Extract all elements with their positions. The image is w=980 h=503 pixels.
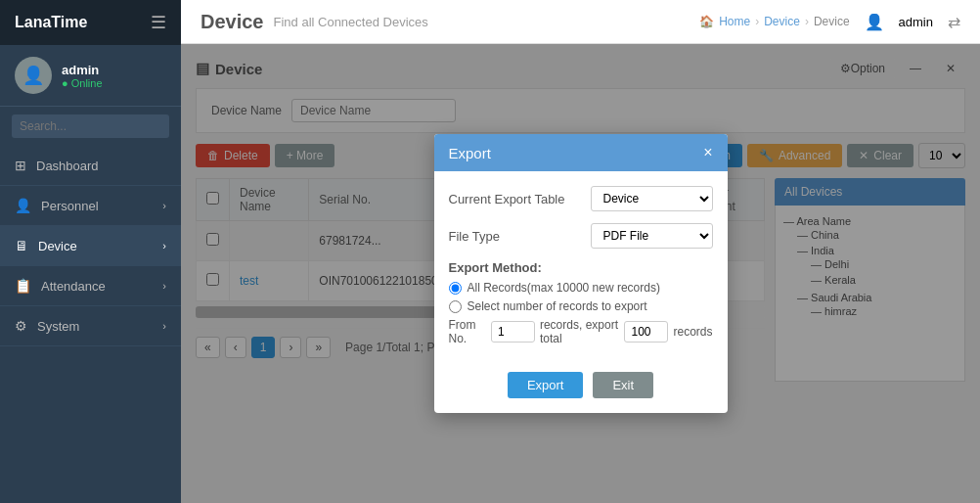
export-method-label: Export Method: <box>449 260 713 275</box>
file-type-row: File Type PDF File Excel File CSV File <box>449 223 713 249</box>
user-info: admin ● Online <box>62 63 103 89</box>
sidebar-item-label: Attendance <box>41 279 106 294</box>
sidebar-item-system[interactable]: ⚙ System › <box>0 306 181 346</box>
modal-footer: Export Exit <box>434 372 728 413</box>
sidebar-item-label: Personnel <box>41 199 99 213</box>
sidebar-item-personnel[interactable]: 👤 Personnel › <box>0 186 181 226</box>
sidebar-nav: ⊞ Dashboard 👤 Personnel › 🖥 Device › 📋 A… <box>0 146 181 503</box>
modal-body: Current Export Table Device File Type PD… <box>434 171 728 372</box>
modal-title: Export <box>449 145 491 161</box>
topbar: Device Find all Connected Devices 🏠 Home… <box>181 0 980 44</box>
device-icon: 🖥 <box>15 238 28 253</box>
export-method-section: Export Method: All Records(max 10000 new… <box>449 260 713 345</box>
topbar-subtitle: Find all Connected Devices <box>274 15 428 29</box>
file-type-select[interactable]: PDF File Excel File CSV File <box>591 223 713 249</box>
personnel-icon: 👤 <box>15 198 31 213</box>
records-middle-text: records, export total <box>540 318 620 345</box>
sidebar-search-container <box>0 107 181 146</box>
export-modal: Export × Current Export Table Device Fil… <box>434 134 728 413</box>
system-icon: ⚙ <box>15 318 27 334</box>
total-records-input[interactable] <box>624 321 668 343</box>
sidebar-item-dashboard[interactable]: ⊞ Dashboard <box>0 146 181 186</box>
breadcrumb-device-link[interactable]: Device <box>764 15 800 28</box>
breadcrumb: 🏠 Home › Device › Device <box>699 15 849 28</box>
export-button[interactable]: Export <box>508 372 584 398</box>
breadcrumb-current: Device <box>814 15 850 28</box>
sidebar-header: LanaTime ☰ <box>0 0 181 45</box>
modal-header: Export × <box>434 134 728 171</box>
current-export-table-select[interactable]: Device <box>591 186 713 211</box>
radio-select-input[interactable] <box>449 300 462 313</box>
topbar-title: Device <box>200 11 264 33</box>
from-no-row: From No. records, export total records <box>449 318 713 345</box>
breadcrumb-home-link[interactable]: Home <box>719 15 750 28</box>
sidebar-item-label: Dashboard <box>36 159 99 173</box>
from-no-label: From No. <box>449 318 486 345</box>
chevron-right-icon: › <box>162 280 166 292</box>
admin-user-icon: 👤 <box>865 13 884 31</box>
radio-all-label: All Records(max 10000 new records) <box>468 281 660 295</box>
sidebar-item-device[interactable]: 🖥 Device › <box>0 226 181 266</box>
avatar: 👤 <box>15 57 52 94</box>
current-export-table-row: Current Export Table Device <box>449 186 713 211</box>
chevron-right-icon: › <box>162 200 166 211</box>
topbar-right: 🏠 Home › Device › Device 👤 admin ⇄ <box>699 13 960 31</box>
admin-name: admin <box>899 15 933 29</box>
sidebar-logo: LanaTime <box>15 14 87 31</box>
modal-overlay: Export × Current Export Table Device Fil… <box>181 44 980 503</box>
user-status: ● Online <box>62 77 103 89</box>
file-type-label: File Type <box>449 229 591 244</box>
radio-select-number: Select number of records to export <box>449 299 713 313</box>
sidebar: LanaTime ☰ 👤 admin ● Online ⊞ Dashboard … <box>0 0 181 503</box>
sidebar-item-label: System <box>37 319 79 334</box>
dashboard-icon: ⊞ <box>15 158 26 173</box>
radio-select-label: Select number of records to export <box>468 299 647 313</box>
username: admin <box>62 63 103 77</box>
home-icon: 🏠 <box>699 15 714 28</box>
share-icon[interactable]: ⇄ <box>948 13 960 31</box>
attendance-icon: 📋 <box>15 278 31 294</box>
exit-button[interactable]: Exit <box>593 372 653 398</box>
records-end-text: records <box>673 325 712 339</box>
sidebar-item-attendance[interactable]: 📋 Attendance › <box>0 266 181 306</box>
sidebar-search-input[interactable] <box>12 114 169 138</box>
hamburger-icon[interactable]: ☰ <box>151 12 166 33</box>
radio-all-input[interactable] <box>449 282 462 295</box>
from-no-input[interactable] <box>491 321 535 343</box>
chevron-right-icon: › <box>162 240 166 252</box>
topbar-left: Device Find all Connected Devices <box>200 11 428 33</box>
sidebar-item-label: Device <box>38 239 77 253</box>
chevron-right-icon: › <box>162 320 166 332</box>
current-export-table-label: Current Export Table <box>449 192 591 206</box>
content-area: ▤ Device ⚙Option — ✕ Device Name 🗑 Delet… <box>181 44 980 503</box>
main-content: Device Find all Connected Devices 🏠 Home… <box>181 0 980 503</box>
modal-close-button[interactable]: × <box>703 144 712 161</box>
sidebar-user: 👤 admin ● Online <box>0 45 181 107</box>
radio-all-records: All Records(max 10000 new records) <box>449 281 713 295</box>
